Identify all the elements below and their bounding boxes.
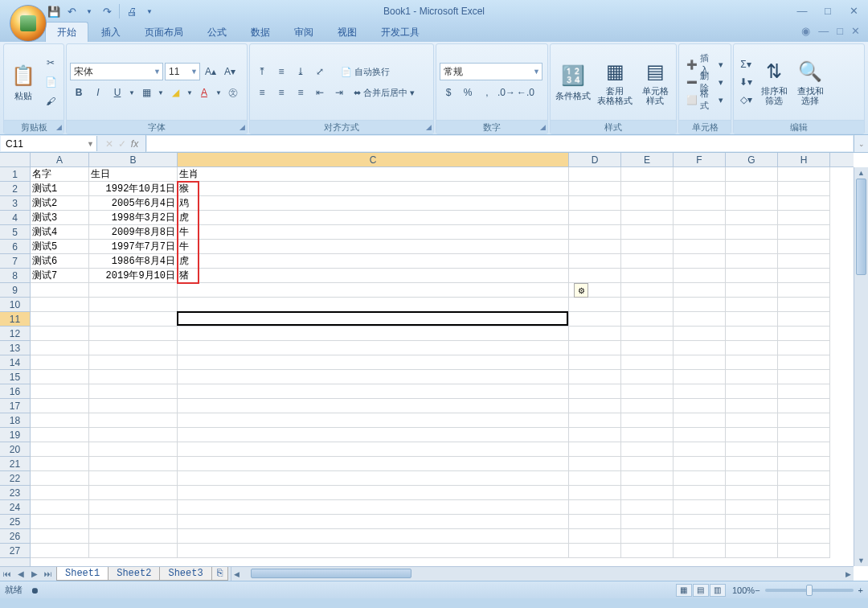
decrease-decimal-icon[interactable]: ←.0	[517, 84, 534, 101]
undo-icon[interactable]: ↶	[64, 4, 79, 18]
cell-C21[interactable]	[178, 457, 569, 471]
cell-B27[interactable]	[89, 544, 178, 558]
row-header-22[interactable]: 22	[0, 471, 30, 486]
cell-E12[interactable]	[621, 327, 674, 341]
cell-D2[interactable]	[569, 182, 621, 196]
cell-A21[interactable]	[31, 457, 89, 471]
underline-dropdown-icon[interactable]: ▼	[128, 84, 136, 101]
increase-decimal-icon[interactable]: .0→	[497, 84, 515, 101]
find-select-button[interactable]: 🔍查找和 选择	[793, 57, 827, 107]
row-header-16[interactable]: 16	[0, 384, 30, 399]
cell-G26[interactable]	[726, 529, 778, 544]
cell-A20[interactable]	[31, 442, 89, 457]
formula-input[interactable]	[147, 136, 853, 151]
cell-A9[interactable]	[31, 283, 89, 298]
cell-G23[interactable]	[726, 486, 778, 500]
accounting-icon[interactable]: $	[440, 84, 457, 101]
cell-A15[interactable]	[31, 370, 89, 384]
row-header-6[interactable]: 6	[0, 240, 30, 254]
cell-C27[interactable]	[178, 544, 569, 558]
cell-F27[interactable]	[674, 544, 726, 558]
cell-F25[interactable]	[674, 515, 726, 529]
vscroll-thumb[interactable]	[856, 179, 866, 275]
cell-D20[interactable]	[569, 442, 621, 457]
page-break-view-icon[interactable]: ▥	[710, 584, 726, 597]
cell-A3[interactable]: 测试2	[31, 196, 89, 211]
cell-B1[interactable]: 生日	[89, 167, 178, 182]
cell-E26[interactable]	[621, 529, 674, 544]
cell-G9[interactable]	[726, 283, 778, 298]
cell-E18[interactable]	[621, 413, 674, 428]
col-header-D[interactable]: D	[569, 153, 621, 166]
scroll-left-icon[interactable]: ◀	[231, 567, 243, 581]
col-header-A[interactable]: A	[31, 153, 89, 166]
cell-H13[interactable]	[778, 341, 830, 355]
row-header-10[interactable]: 10	[0, 298, 30, 312]
horizontal-scrollbar[interactable]: ◀ ▶	[231, 567, 854, 581]
cell-D4[interactable]	[569, 211, 621, 225]
cell-A1[interactable]: 名字	[31, 167, 89, 182]
save-icon[interactable]: 💾	[47, 4, 61, 18]
cell-C6[interactable]: 牛	[178, 240, 569, 254]
cell-D19[interactable]	[569, 428, 621, 442]
cell-B17[interactable]	[89, 399, 178, 413]
row-header-26[interactable]: 26	[0, 529, 30, 544]
row-header-20[interactable]: 20	[0, 442, 30, 457]
cell-H6[interactable]	[778, 240, 830, 254]
cell-B10[interactable]	[89, 298, 178, 312]
tab-prev-icon[interactable]: ◀	[14, 569, 27, 578]
copy-icon[interactable]: 📄	[42, 73, 59, 91]
format-cells-button[interactable]: ⬜格式▾	[682, 91, 727, 109]
phonetic-icon[interactable]: ㉆	[224, 84, 242, 101]
cell-C8[interactable]: 猪	[178, 269, 569, 283]
row-header-9[interactable]: 9	[0, 283, 30, 298]
row-header-14[interactable]: 14	[0, 355, 30, 370]
row-header-19[interactable]: 19	[0, 428, 30, 442]
cell-B19[interactable]	[89, 428, 178, 442]
cell-G19[interactable]	[726, 428, 778, 442]
conditional-format-button[interactable]: 🔢条件格式	[554, 61, 592, 104]
row-header-1[interactable]: 1	[0, 167, 30, 182]
tab-开始[interactable]: 开始	[45, 22, 88, 42]
cell-C25[interactable]	[178, 515, 569, 529]
row-header-3[interactable]: 3	[0, 196, 30, 211]
row-header-17[interactable]: 17	[0, 399, 30, 413]
cell-G12[interactable]	[726, 327, 778, 341]
row-header-25[interactable]: 25	[0, 515, 30, 529]
cell-A16[interactable]	[31, 384, 89, 399]
undo-dropdown-icon[interactable]: ▼	[82, 4, 96, 18]
cell-A26[interactable]	[31, 529, 89, 544]
cell-E10[interactable]	[621, 298, 674, 312]
cell-H9[interactable]	[778, 283, 830, 298]
cell-A23[interactable]	[31, 486, 89, 500]
cell-F13[interactable]	[674, 341, 726, 355]
cell-H22[interactable]	[778, 471, 830, 486]
font-launcher-icon[interactable]: ◢	[240, 123, 245, 131]
cell-G6[interactable]	[726, 240, 778, 254]
cell-A6[interactable]: 测试5	[31, 240, 89, 254]
cell-A11[interactable]	[31, 312, 89, 327]
cell-C13[interactable]	[178, 341, 569, 355]
cell-F1[interactable]	[674, 167, 726, 182]
tab-页面布局[interactable]: 页面布局	[133, 23, 194, 42]
cell-G22[interactable]	[726, 471, 778, 486]
scroll-up-icon[interactable]: ▲	[854, 167, 868, 179]
cell-D16[interactable]	[569, 384, 621, 399]
cell-F3[interactable]	[674, 196, 726, 211]
cell-D22[interactable]	[569, 471, 621, 486]
cell-G27[interactable]	[726, 544, 778, 558]
cell-F21[interactable]	[674, 457, 726, 471]
cell-F8[interactable]	[674, 269, 726, 283]
cell-D12[interactable]	[569, 327, 621, 341]
cell-C1[interactable]: 生肖	[178, 167, 569, 182]
zoom-out-icon[interactable]: −	[755, 585, 760, 595]
paste-button[interactable]: 📋 粘贴	[7, 61, 39, 104]
merge-center-button[interactable]: ⬌合并后居中▾	[350, 84, 419, 101]
cell-F23[interactable]	[674, 486, 726, 500]
cell-C23[interactable]	[178, 486, 569, 500]
cell-C14[interactable]	[178, 355, 569, 370]
align-center-icon[interactable]: ≡	[272, 84, 290, 101]
tab-next-icon[interactable]: ▶	[27, 569, 41, 578]
cell-E22[interactable]	[621, 471, 674, 486]
row-header-15[interactable]: 15	[0, 370, 30, 384]
